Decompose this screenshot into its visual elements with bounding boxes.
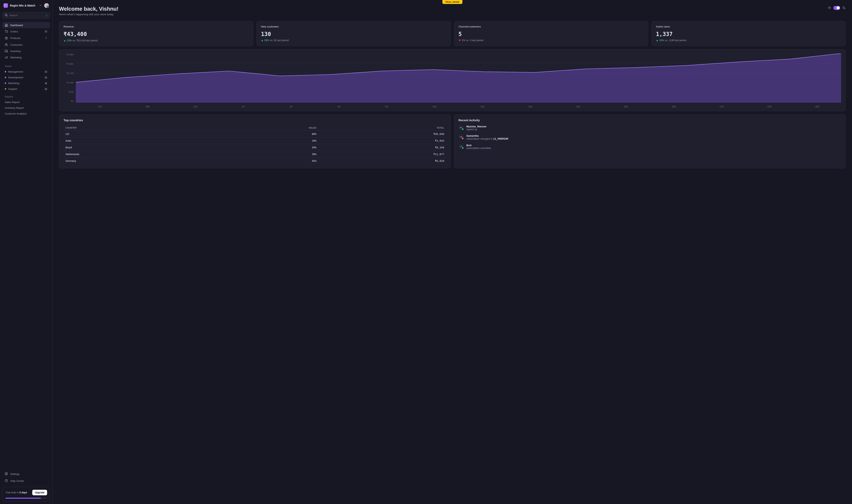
nav-customers[interactable]: Customers	[2, 41, 50, 48]
recent-activity-card: Recent Activity NVMaxime_Nienowsigned up…	[454, 114, 846, 168]
team-count: 5	[44, 76, 48, 79]
svg-marker-7	[7, 51, 8, 51]
cell-total: ₹49,049	[318, 131, 446, 138]
theme-toggle[interactable]	[833, 6, 840, 10]
store-name: Ragini Mix & Match	[10, 4, 37, 7]
trend-up-icon: ▲	[64, 39, 66, 42]
x-tick: 2/9	[219, 105, 267, 108]
team-label: Management	[8, 70, 42, 73]
user-avatar[interactable]	[44, 3, 49, 8]
activity-name: Bret	[466, 144, 492, 147]
nav-help[interactable]: Help Center	[0, 478, 52, 484]
users-icon	[5, 43, 8, 46]
table-row: Netherlands30%₹11,877	[64, 151, 446, 158]
help-icon	[5, 479, 8, 483]
team-count: 3	[44, 70, 48, 73]
upgrade-button[interactable]: Upgrade	[32, 490, 47, 495]
svg-line-1	[7, 16, 7, 16]
table-row: Brazil50%₹8,104	[64, 144, 446, 151]
trial-progress	[5, 498, 47, 499]
nav-label: Marketing	[10, 56, 48, 59]
y-tick: ₹700	[64, 91, 73, 93]
stat-value: 5	[459, 31, 644, 37]
store-switcher[interactable]: Ragini Mix & Match	[0, 0, 52, 11]
nav-dashboard[interactable]: Dashboard	[2, 22, 50, 28]
search-input[interactable]	[9, 14, 43, 17]
stat-delta: ▼ 2% vs. 3 last period	[459, 39, 644, 42]
stat-label: Revenue	[64, 25, 249, 28]
nav-label: Inventory	[10, 50, 48, 53]
activity-desc: subscription changed to 12_PREMIUM	[466, 137, 508, 140]
nav-products[interactable]: Products	[2, 35, 50, 41]
y-tick: ₹2,100	[64, 72, 73, 75]
x-tick: 14/9	[506, 105, 554, 108]
svg-point-10	[6, 473, 7, 474]
stat-delta: ▲ 29% vs. 92 last period	[261, 39, 446, 42]
cell-country: Brazil	[64, 144, 217, 151]
report-item[interactable]: Sales Report	[0, 99, 52, 105]
moon-icon[interactable]	[842, 6, 846, 10]
stat-value: 1,337	[656, 31, 841, 37]
svg-point-0	[5, 14, 7, 16]
search-kbd-hint: /	[45, 14, 48, 17]
activity-name: Samantha	[466, 134, 508, 137]
stat-card: New customers130▲ 29% vs. 92 last period	[256, 21, 451, 46]
cell-total: ₹8,104	[318, 144, 446, 151]
countries-table: COUNTRY SALES TOTAL US80%₹49,049India20%…	[64, 125, 446, 164]
main-nav: DashboardOrders2ProductsCustomersInvento…	[0, 21, 52, 61]
search-box[interactable]: /	[2, 12, 50, 19]
revenue-chart-card: ₹3,500₹2,800₹2,100₹1,400₹700₹0 27/829/83…	[59, 49, 846, 111]
x-tick: 4/9	[267, 105, 315, 108]
x-tick: 16/9	[554, 105, 602, 108]
nav-badge: 2	[44, 30, 48, 33]
stat-label: Active users	[656, 25, 841, 28]
nav-inventory[interactable]: Inventory	[2, 48, 50, 54]
table-row: US80%₹49,049	[64, 131, 446, 138]
cell-sales: 30%	[217, 151, 318, 158]
stat-delta: ▲ 10% vs. 1199 last period	[656, 39, 841, 42]
nav-marketing[interactable]: Marketing	[2, 54, 50, 60]
report-item[interactable]: Inventory Report	[0, 105, 52, 111]
cell-country: India	[64, 138, 217, 144]
cell-country: Netherlands	[64, 151, 217, 158]
activity-desc: signed up.	[466, 128, 486, 131]
th-country: COUNTRY	[64, 125, 217, 131]
nav-settings[interactable]: Settings	[0, 471, 52, 478]
sidebar: Ragini Mix & Match / DashboardOrders2Pro…	[0, 0, 53, 504]
th-total: TOTAL	[318, 125, 446, 131]
y-tick: ₹3,500	[64, 53, 73, 56]
page-title: Welcome back, Vishnu!	[59, 6, 119, 12]
stats-grid: Revenue₹43,400▲ 23% vs. ₹33,418 last per…	[59, 21, 846, 46]
stat-label: Churned customers	[459, 25, 644, 28]
x-tick: 27/8	[76, 105, 124, 108]
cell-sales: 20%	[217, 138, 318, 144]
team-dot	[5, 88, 6, 90]
activity-avatar: NV	[459, 125, 464, 130]
sun-icon[interactable]	[828, 6, 831, 10]
team-dot	[5, 77, 6, 78]
trial-mode-banner: TRIAL MODE	[442, 0, 462, 4]
top-countries-card: Top countries COUNTRY SALES TOTAL US80%₹…	[59, 114, 451, 168]
report-item[interactable]: Customer Analytics	[0, 111, 52, 116]
megaphone-icon	[5, 56, 8, 59]
stat-label: New customers	[261, 25, 446, 28]
cell-sales: 50%	[217, 144, 318, 151]
activity-desc: subscription cancelled.	[466, 147, 492, 149]
x-tick: 22/9	[698, 105, 746, 108]
nav-orders[interactable]: Orders2	[2, 28, 50, 35]
table-row: India20%₹3,943	[64, 138, 446, 144]
help-label: Help Center	[10, 480, 24, 483]
x-tick: 31/8	[172, 105, 219, 108]
cell-country: US	[64, 131, 217, 138]
team-management[interactable]: Management3	[0, 69, 52, 75]
stat-value: 130	[261, 31, 446, 37]
x-tick: 6/9	[315, 105, 363, 108]
team-marketing[interactable]: Marketing4	[0, 80, 52, 86]
store-logo	[3, 3, 8, 8]
activity-item: NVMaxime_Nienowsigned up.	[459, 125, 841, 131]
revenue-chart: ₹3,500₹2,800₹2,100₹1,400₹700₹0 27/829/83…	[64, 53, 841, 108]
team-development[interactable]: Development5	[0, 75, 52, 80]
stat-card: Churned customers5▼ 2% vs. 3 last period	[454, 21, 649, 46]
team-support[interactable]: Support6	[0, 86, 52, 92]
activity-avatar: CB	[459, 134, 464, 140]
